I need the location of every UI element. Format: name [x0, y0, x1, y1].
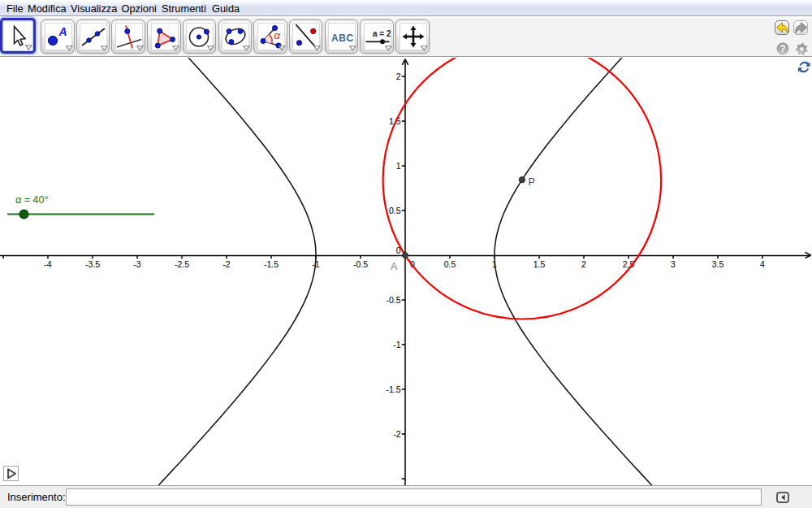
svg-text:0.5: 0.5	[444, 259, 456, 269]
svg-text:-2.5: -2.5	[175, 259, 189, 269]
svg-text:P: P	[529, 176, 535, 188]
svg-text:-1.5: -1.5	[264, 259, 279, 269]
svg-text:-3: -3	[133, 259, 140, 269]
svg-text:-4: -4	[44, 259, 51, 269]
svg-text:?: ?	[780, 43, 785, 54]
svg-text:2: 2	[396, 72, 401, 81]
svg-text:-2: -2	[393, 429, 400, 439]
svg-text:1.5: 1.5	[533, 259, 546, 269]
svg-text:A: A	[58, 24, 67, 37]
svg-text:2: 2	[581, 259, 586, 269]
svg-text:-0.5: -0.5	[353, 259, 368, 269]
svg-text:1: 1	[396, 161, 401, 171]
svg-text:α = 40°: α = 40°	[15, 194, 48, 206]
svg-text:4: 4	[760, 259, 765, 269]
svg-text:0.5: 0.5	[389, 206, 401, 215]
svg-text:a = 2: a = 2	[373, 29, 391, 38]
svg-text:-1.5: -1.5	[386, 384, 400, 394]
svg-text:-3.5: -3.5	[85, 259, 100, 269]
svg-text:3.5: 3.5	[712, 259, 724, 269]
svg-text:-0.5: -0.5	[386, 295, 400, 305]
svg-text:ABC: ABC	[331, 32, 354, 43]
svg-text:3: 3	[671, 259, 676, 269]
svg-text:-1: -1	[393, 340, 400, 350]
svg-text:A: A	[391, 261, 398, 272]
svg-text:α: α	[274, 29, 280, 41]
svg-text:-2: -2	[222, 259, 230, 269]
